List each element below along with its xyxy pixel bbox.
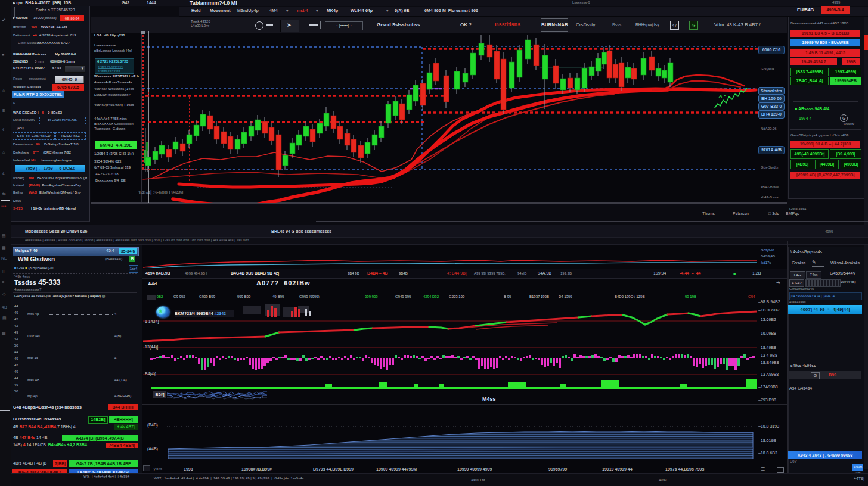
svg-text:A·*: A·* bbox=[718, 94, 726, 99]
